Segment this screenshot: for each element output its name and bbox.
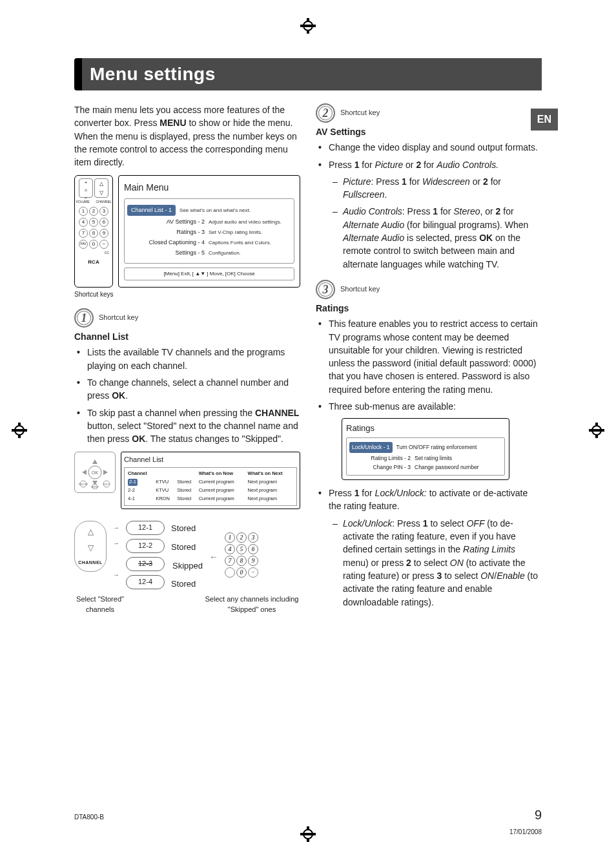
language-tab: EN <box>531 109 558 131</box>
footer-model: DTA800-B <box>74 813 104 821</box>
shortcut-3-label: Shortcut key <box>340 284 380 295</box>
shortcut-2-label: Shortcut key <box>340 108 380 118</box>
svg-marker-2 <box>92 459 98 464</box>
table-row: 2-2KTVUStoredCurrent programNext program <box>127 487 294 495</box>
menu-row-channel-list: Channel List - 1See what's on and what's… <box>127 205 291 216</box>
stored-skipped-diagram: △ ▽ CHANNEL →→→→ 12-1 12-2 12-3 12-4 Sto… <box>74 521 300 591</box>
channel-list-panel: Channel List Channel What's on Now What'… <box>121 452 300 509</box>
shortcut-3-icon: 3 <box>316 280 335 299</box>
shortcut-1-icon: 1 <box>74 308 94 328</box>
shortcut-2-icon: 2 <box>316 103 335 123</box>
av-bullet-2: Press 1 for Picture or 2 for Audio Contr… <box>316 158 542 271</box>
registration-mark-right <box>589 423 604 438</box>
status-skipped: Skipped <box>172 560 203 572</box>
nav-remote-illustration: OK ON/OFF INFO MENU <box>74 452 116 493</box>
av-picture-item: Picture: Press 1 for Widescreen or 2 for… <box>329 175 542 202</box>
table-row: 4-1KRONStoredCurrent programNext program <box>127 495 294 503</box>
status-stored: Stored <box>171 523 203 535</box>
diagram-note-right: Select any channels including "Skipped" … <box>203 594 300 615</box>
title-bar: Menu settings <box>74 58 542 90</box>
menu-row-settings: Settings - 5Configuration. <box>127 249 291 257</box>
remote-illustration: +=− △▽ VOLUMECHANNEL 123 456 789 FAV0− C… <box>74 175 113 287</box>
channel-list-bullet-2: To change channels, select a channel num… <box>74 376 300 403</box>
registration-mark-top <box>300 18 316 34</box>
ratings-row-lock-unlock: Lock/Unlock - 1Turn ON/OFF rating enforc… <box>349 442 502 452</box>
ratings-lock-unlock-detail: Lock/Unlock: Press 1 to select OFF (to d… <box>329 517 542 609</box>
shortcut-1-label: Shortcut key <box>99 313 138 323</box>
status-stored: Stored <box>171 541 203 554</box>
table-row: 2-1KTVUStoredCurrent programNext program <box>127 478 294 487</box>
status-stored: Stored <box>171 578 203 591</box>
registration-mark-left <box>12 423 27 438</box>
ratings-bullet-1: This feature enables you to restrict acc… <box>316 317 542 396</box>
ratings-panel: Ratings Lock/Unlock - 1Turn ON/OFF ratin… <box>342 418 509 480</box>
menu-row-closed-captioning: Closed Captioning - 4Captions Fonts and … <box>127 238 291 247</box>
channel-oval: 12-3 <box>126 557 165 571</box>
svg-text:ON/OFF: ON/OFF <box>78 483 88 486</box>
channel-oval: 12-1 <box>126 521 165 535</box>
main-menu-title: Main Menu <box>124 181 294 194</box>
footer-date: 17/01/2008 <box>509 828 542 835</box>
svg-marker-5 <box>103 470 108 475</box>
page-title: Menu settings <box>90 64 216 85</box>
svg-text:OK: OK <box>92 470 98 475</box>
channel-list-bullet-1: Lists the available TV channels and the … <box>74 346 300 372</box>
main-menu-footer-hint: [Menu] Exit, [ ▲▼ ] Move, [OK] Choose <box>124 267 294 280</box>
diagram-note-left: Select "Stored" channels <box>74 594 126 615</box>
menu-row-av-settings: AV Settings - 2Adjust audio and video se… <box>127 218 291 226</box>
ratings-bullet-2: Three sub-menus are available: <box>316 400 542 413</box>
channel-list-heading: Channel List <box>74 330 300 343</box>
channel-rocker-icon: △ ▽ CHANNEL <box>74 521 107 572</box>
intro-paragraph: The main menu lets you access more featu… <box>74 103 300 169</box>
footer-page-number: 9 <box>535 808 542 823</box>
keypad-icon: 123 456 789 0− <box>225 521 258 578</box>
av-audio-item: Audio Controls: Press 1 for Stereo, or 2… <box>329 205 542 270</box>
svg-text:MENU: MENU <box>91 485 99 488</box>
channel-list-bullet-3: To skip past a channel when pressing the… <box>74 406 300 446</box>
svg-text:INFO: INFO <box>103 483 110 486</box>
channel-oval: 12-2 <box>126 539 165 553</box>
ratings-row-rating-limits: Rating Limits - 2Set rating limits <box>349 454 502 462</box>
channel-oval: 12-4 <box>126 575 165 589</box>
av-bullet-1: Change the video display and sound outpu… <box>316 141 542 154</box>
main-menu-panel: Main Menu Channel List - 1See what's on … <box>118 175 300 287</box>
av-settings-heading: AV Settings <box>316 125 542 138</box>
shortcut-keys-caption: Shortcut keys <box>74 290 300 300</box>
menu-row-ratings: Ratings - 3Set V-Chip rating limits. <box>127 228 291 236</box>
svg-marker-4 <box>82 470 87 475</box>
ratings-heading: Ratings <box>316 302 542 315</box>
registration-mark-bottom <box>300 826 316 842</box>
ratings-row-change-pin: Change PIN - 3Change password number <box>349 463 502 471</box>
ratings-bullet-3: Press 1 for Lock/Unlock: to activate or … <box>316 487 542 609</box>
